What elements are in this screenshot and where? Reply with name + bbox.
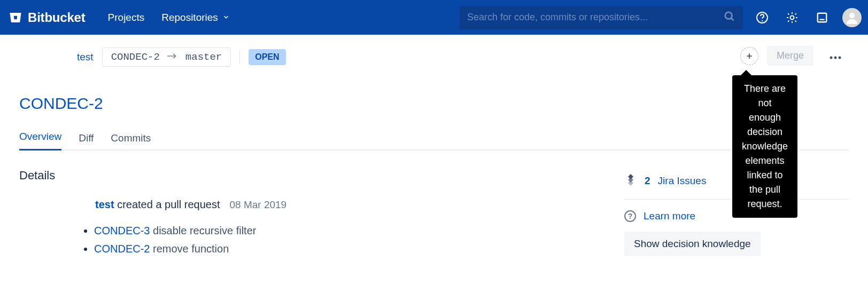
commit-link[interactable]: CONDEC-2 bbox=[94, 243, 150, 255]
avatar[interactable] bbox=[842, 8, 862, 27]
help-icon[interactable] bbox=[753, 8, 772, 27]
pr-actions: Merge There are not enough decision know… bbox=[740, 45, 849, 66]
list-item: CONDEC-2 remove function bbox=[94, 240, 603, 258]
page-content: test CONDEC-2 master OPEN Merge There ar… bbox=[0, 35, 868, 258]
bitbucket-logo-icon bbox=[9, 11, 22, 25]
top-navbar: Bitbucket Projects Repositories bbox=[0, 0, 868, 35]
divider bbox=[239, 50, 240, 65]
nav-repositories[interactable]: Repositories bbox=[161, 12, 230, 23]
brand[interactable]: Bitbucket bbox=[6, 10, 91, 25]
commit-message: disable recursive filter bbox=[153, 225, 256, 236]
chevron-down-icon bbox=[222, 12, 230, 23]
learn-more-link: Learn more bbox=[644, 210, 695, 222]
nav-projects-label: Projects bbox=[108, 12, 145, 23]
gear-icon[interactable] bbox=[782, 8, 802, 27]
search-input[interactable] bbox=[467, 12, 717, 23]
tabs: Overview Diff Commits bbox=[19, 131, 849, 151]
target-branch: master bbox=[185, 51, 222, 63]
pr-author[interactable]: test bbox=[95, 199, 114, 210]
branch-box[interactable]: CONDEC-2 master bbox=[102, 47, 231, 67]
content-columns: Details test created a pull request 08 M… bbox=[19, 169, 849, 258]
commit-link[interactable]: CONDEC-3 bbox=[94, 225, 150, 236]
commit-list: CONDEC-3 disable recursive filter CONDEC… bbox=[19, 221, 603, 258]
svg-point-7 bbox=[849, 13, 855, 18]
source-branch: CONDEC-2 bbox=[111, 51, 160, 63]
svg-line-1 bbox=[731, 18, 734, 20]
brand-label: Bitbucket bbox=[28, 10, 86, 25]
global-search[interactable] bbox=[460, 6, 743, 29]
status-badge: OPEN bbox=[249, 49, 285, 65]
jira-label: Jira Issues bbox=[658, 175, 707, 187]
svg-point-3 bbox=[762, 20, 763, 21]
add-reviewer-button[interactable] bbox=[740, 47, 758, 65]
show-decision-knowledge-button[interactable]: Show decision knowledge bbox=[624, 232, 761, 256]
svg-point-12 bbox=[834, 57, 837, 59]
tab-overview[interactable]: Overview bbox=[19, 131, 61, 151]
tab-commits[interactable]: Commits bbox=[111, 132, 151, 151]
pr-date: 08 Mar 2019 bbox=[229, 199, 286, 211]
search-icon bbox=[724, 11, 735, 25]
svg-point-4 bbox=[790, 15, 794, 19]
svg-point-13 bbox=[839, 57, 841, 59]
pr-meta-line: test created a pull request 08 Mar 2019 bbox=[19, 199, 603, 211]
commit-message: remove function bbox=[153, 243, 229, 255]
nav-projects[interactable]: Projects bbox=[108, 12, 145, 23]
more-actions-button[interactable] bbox=[822, 45, 849, 66]
tab-diff[interactable]: Diff bbox=[79, 132, 94, 151]
arrow-right-icon bbox=[167, 52, 178, 63]
list-item: CONDEC-3 disable recursive filter bbox=[94, 221, 603, 240]
jira-count: 2 bbox=[645, 175, 650, 187]
topbar-actions bbox=[753, 8, 862, 27]
main-column: Details test created a pull request 08 M… bbox=[19, 169, 603, 258]
svg-rect-5 bbox=[818, 13, 827, 22]
pr-created-text: created a pull request bbox=[117, 199, 220, 210]
svg-point-11 bbox=[830, 57, 833, 59]
help-circle-icon: ? bbox=[624, 210, 636, 222]
pr-header-row: test CONDEC-2 master OPEN Merge There ar… bbox=[19, 47, 849, 67]
page-title[interactable]: CONDEC-2 bbox=[19, 94, 849, 113]
primary-nav: Projects Repositories bbox=[108, 12, 230, 23]
nav-repositories-label: Repositories bbox=[161, 12, 218, 23]
breadcrumb-project[interactable]: test bbox=[77, 51, 94, 63]
tray-icon[interactable] bbox=[812, 8, 832, 27]
merge-button[interactable]: Merge bbox=[767, 46, 813, 66]
jira-icon bbox=[624, 173, 637, 188]
merge-tooltip: There are not enough decision knowledge … bbox=[732, 75, 797, 218]
details-heading: Details bbox=[19, 169, 603, 183]
svg-point-0 bbox=[725, 12, 732, 19]
